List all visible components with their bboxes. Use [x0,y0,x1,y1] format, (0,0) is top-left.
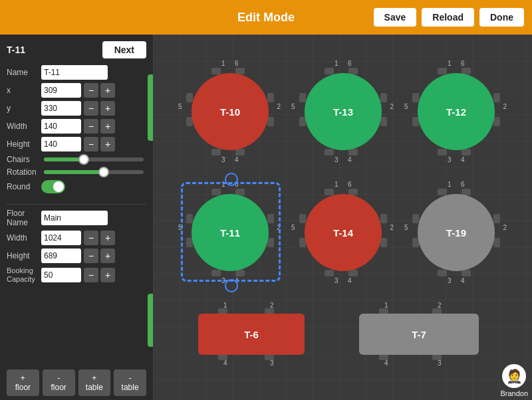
done-button[interactable]: Done [479,8,524,27]
chair-num: 2 [277,224,281,231]
height-increment[interactable]: + [100,137,115,151]
booking-label: BookingCapacity [7,266,41,284]
chairs-label: Chairs [7,155,41,164]
rotation-label: Rotation [7,167,41,177]
chair [438,270,447,276]
table-t14[interactable]: T-14 [305,194,382,271]
y-increment[interactable]: + [100,101,115,116]
floor-width-decrement[interactable]: − [84,231,98,245]
remove-table-button[interactable]: - table [114,369,146,396]
chair [186,214,193,223]
rotation-fill [44,170,104,174]
chair-num: 3 [334,277,338,284]
chair [267,93,274,102]
add-floor-button[interactable]: + floor [7,369,39,396]
chair-num: 4 [235,156,239,163]
table-t13[interactable]: T-13 [305,73,382,150]
chair-num: 1 [223,302,227,309]
y-input[interactable] [41,101,81,116]
booking-decrement[interactable]: − [84,268,98,282]
table-t12[interactable]: T-12 [418,73,495,150]
chair-num: 5 [178,103,182,110]
chairs-fill [44,157,84,161]
table-t7[interactable]: T-7 [359,314,479,355]
table-t6[interactable]: T-6 [198,314,305,355]
rotation-slider-track[interactable] [44,170,144,174]
floor-width-steppers: − + [84,231,115,245]
chair [235,149,245,155]
chair [211,270,221,276]
round-row: Round [7,180,146,193]
toggle-knob [53,181,64,192]
name-input[interactable] [41,65,108,80]
save-button[interactable]: Save [374,8,417,27]
width-decrement[interactable]: − [84,119,98,134]
chair [438,149,447,155]
chair-num: 2 [390,224,394,231]
booking-increment[interactable]: + [100,268,115,282]
chair-num: 6 [348,60,352,67]
remove-floor-button[interactable]: - floor [43,369,75,396]
chair-num: 4 [461,156,465,163]
chair-num: 3 [334,156,338,163]
reload-button[interactable]: Reload [422,8,474,27]
floor-height-input[interactable] [41,249,81,263]
table-t10[interactable]: T-10 [192,73,269,150]
floor-height-increment[interactable]: + [100,249,115,263]
chair-num: 3 [448,277,452,284]
x-input[interactable] [41,83,81,98]
table-t6-container: 1 2 4 3 T-6 [198,314,305,355]
width-increment[interactable]: + [100,119,115,134]
chair [299,93,306,102]
chair-num: 2 [270,302,274,309]
chair [211,68,221,74]
chair-num: 6 [461,181,465,188]
floor-buttons: + floor - floor + table - table [7,364,146,396]
floor-width-input[interactable] [41,231,81,245]
height-decrement[interactable]: − [84,137,98,151]
floor-width-label: Width [7,233,41,243]
avatar-name: Brandon [500,389,528,397]
chair [267,214,274,223]
resize-handle-top[interactable] [225,173,238,186]
name-row: Name [7,65,146,80]
round-toggle[interactable] [41,180,65,193]
floor-height-decrement[interactable]: − [84,249,98,263]
chair-num: 1 [384,302,388,309]
table-t19[interactable]: T-19 [418,194,495,271]
chair [493,93,500,102]
floor-width-increment[interactable]: + [100,231,115,245]
chair [325,270,334,276]
chairs-row: Chairs [7,155,146,164]
booking-input[interactable] [41,268,81,282]
canvas-area[interactable]: 1 6 3 4 5 2 T-10 1 6 3 4 5 2 T-13 [153,35,532,400]
width-row: Width − + [7,119,146,134]
chair [493,117,500,126]
main-layout: T-11 Next Name x − + y − + [0,35,532,400]
next-button[interactable]: Next [102,41,146,58]
chair-num: 1 [221,60,225,67]
booking-row: BookingCapacity − + [7,266,146,284]
rotation-thumb[interactable] [98,167,109,177]
table-t11[interactable]: T-11 [192,194,269,271]
chair-num: 2 [438,302,442,309]
chair [211,149,221,155]
add-table-button[interactable]: + table [78,369,111,396]
chairs-thumb[interactable] [78,154,89,165]
floor-height-row: Height − + [7,249,146,263]
chair [438,189,447,195]
resize-handle-bottom[interactable] [225,279,238,292]
floor-height-label: Height [7,251,41,260]
table-id-label: T-11 [7,45,25,55]
x-decrement[interactable]: − [84,83,98,98]
height-row: Height − + [7,137,146,151]
chairs-slider-track[interactable] [44,157,144,161]
floor-name-input[interactable] [41,211,108,225]
floor-name-label: Floor Name [7,209,41,227]
chair [462,149,471,155]
x-increment[interactable]: + [100,83,115,98]
height-input[interactable] [41,137,81,151]
brandon-avatar[interactable]: 🤵 Brandon [500,364,528,397]
y-decrement[interactable]: − [84,101,98,116]
width-input[interactable] [41,119,81,134]
